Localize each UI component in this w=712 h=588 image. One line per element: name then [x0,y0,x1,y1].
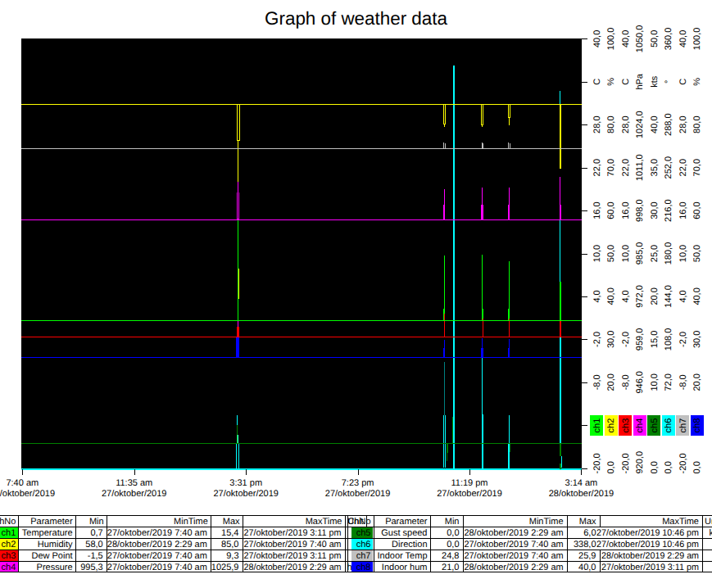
svg-text:C: C [592,79,602,85]
svg-text:50,0: 50,0 [692,245,702,262]
svg-text:100,0: 100,0 [692,28,702,51]
svg-text:Gust speed: Gust speed [381,528,427,538]
svg-text:30,0: 30,0 [692,331,702,348]
svg-text:40,0: 40,0 [592,30,602,47]
svg-text:27/oktober/2019 7:40 am: 27/oktober/2019 7:40 am [107,528,207,538]
svg-text:4,0: 4,0 [621,290,631,302]
svg-text:ch3: ch3 [2,551,16,561]
svg-text:0,0: 0,0 [692,461,702,473]
svg-text:998,0: 998,0 [635,199,645,222]
svg-text:28,0: 28,0 [592,115,602,133]
svg-text:27/oktober/2019 7:40 am: 27/oktober/2019 7:40 am [107,563,207,572]
svg-text:-1,5: -1,5 [88,551,103,561]
svg-text:ch8: ch8 [692,418,702,433]
svg-text:108,0: 108,0 [664,328,673,351]
svg-text:0,7: 0,7 [90,528,102,538]
svg-text:995,3: 995,3 [80,563,103,572]
svg-text:3:31 pm: 3:31 pm [229,478,262,488]
svg-text:27/oktober/2019 10:46 pm: 27/oktober/2019 10:46 pm [596,540,699,550]
svg-text:-2,0: -2,0 [678,332,688,347]
svg-text:30,0: 30,0 [606,331,616,348]
svg-text:27/oktober/2019 7:40 am: 27/oktober/2019 7:40 am [244,540,342,550]
svg-text:22,0: 22,0 [621,159,631,176]
svg-text:Max: Max [223,517,240,527]
svg-text:50,0: 50,0 [606,245,616,262]
svg-text:MinTime: MinTime [174,517,208,527]
svg-text:-2,0: -2,0 [621,332,631,347]
svg-text:kts: kts [650,75,660,88]
svg-text:100,0: 100,0 [606,28,616,51]
svg-text:28,0: 28,0 [621,115,631,133]
svg-text:360,0: 360,0 [664,28,673,51]
svg-text:946,0: 946,0 [635,371,645,394]
svg-text:Direction: Direction [392,540,427,550]
svg-text:°: ° [664,80,673,84]
svg-text:338,0: 338,0 [574,540,596,550]
svg-text:27/oktober/2019 10:46 pm: 27/oktober/2019 10:46 pm [596,528,699,538]
svg-text:ch4: ch4 [635,418,645,433]
svg-text:28/oktober/2019 2:29 am: 28/oktober/2019 2:29 am [601,551,699,561]
svg-text:15,0: 15,0 [650,331,660,348]
svg-text:252,0: 252,0 [664,156,673,179]
svg-text:21,0: 21,0 [442,563,459,572]
svg-text:27/oktober/2019 7:40 am: 27/oktober/2019 7:40 am [107,551,207,561]
svg-text:27/oktober/2019: 27/oktober/2019 [437,489,502,499]
svg-text:920,0: 920,0 [635,451,645,474]
svg-text:ch5: ch5 [650,418,660,433]
svg-text:1025,9: 1025,9 [211,563,239,572]
svg-text:%: % [692,78,702,86]
svg-text:27/oktober/2019: 27/oktober/2019 [325,489,391,499]
svg-text:hPa: hPa [635,73,645,89]
svg-text:40,0: 40,0 [692,287,702,305]
svg-text:40,0: 40,0 [606,287,616,305]
svg-text:4,0: 4,0 [678,290,688,302]
svg-text:4,0: 4,0 [592,290,602,302]
svg-text:C: C [621,79,631,85]
svg-text:58,0: 58,0 [85,540,102,550]
svg-text:40,0: 40,0 [678,30,688,47]
svg-text:-8,0: -8,0 [592,374,602,390]
svg-text:ChNo: ChNo [347,517,370,527]
svg-text:Min: Min [89,517,104,527]
svg-text:0,0: 0,0 [447,528,459,538]
svg-text:216,0: 216,0 [664,199,673,222]
svg-text:985,0: 985,0 [635,242,645,265]
svg-text:-8,0: -8,0 [678,374,688,390]
svg-text:0,0: 0,0 [447,540,459,550]
svg-text:9,3: 9,3 [226,551,238,561]
svg-text:ch2: ch2 [606,418,616,433]
svg-text:ch6: ch6 [356,540,371,550]
svg-text:11:19 pm: 11:19 pm [451,478,488,488]
svg-text:-20,0: -20,0 [678,453,688,473]
svg-text:ch5: ch5 [356,528,371,538]
svg-text:ch7: ch7 [678,418,688,433]
svg-text:28/oktober/2019: 28/oktober/2019 [549,489,614,499]
svg-text:MinTime: MinTime [529,517,564,527]
svg-text:ch6: ch6 [664,418,673,433]
svg-text:1011,0: 1011,0 [635,154,645,181]
svg-text:27/oktober/2019 7:40 am: 27/oktober/2019 7:40 am [465,551,564,561]
svg-text:7:23 pm: 7:23 pm [342,478,374,488]
svg-text:16,0: 16,0 [592,201,602,219]
svg-text:6,0: 6,0 [583,528,596,538]
svg-text:15,4: 15,4 [221,528,238,538]
svg-text:-8,0: -8,0 [621,374,631,390]
svg-text:-2,0: -2,0 [592,332,602,347]
svg-text:ch1: ch1 [2,528,16,538]
svg-text:1024,0: 1024,0 [635,111,645,138]
svg-text:60,0: 60,0 [692,201,702,219]
svg-text:ch3: ch3 [621,418,631,433]
svg-text:ch8: ch8 [356,563,371,572]
svg-text:35,0: 35,0 [650,159,660,176]
svg-text:Min: Min [445,517,460,527]
svg-text:ch4: ch4 [2,563,16,572]
svg-text:22,0: 22,0 [678,159,688,176]
svg-text:10,0: 10,0 [592,245,602,262]
svg-text:-20,0: -20,0 [592,453,602,473]
svg-text:Unit: Unit [705,517,712,527]
svg-text:MaxTime: MaxTime [662,517,699,527]
svg-text:27/oktober/2019 3:11 pm: 27/oktober/2019 3:11 pm [244,528,342,538]
svg-text:%: % [606,78,616,86]
svg-text:C: C [678,79,688,85]
svg-text:MaxTime: MaxTime [306,517,342,527]
